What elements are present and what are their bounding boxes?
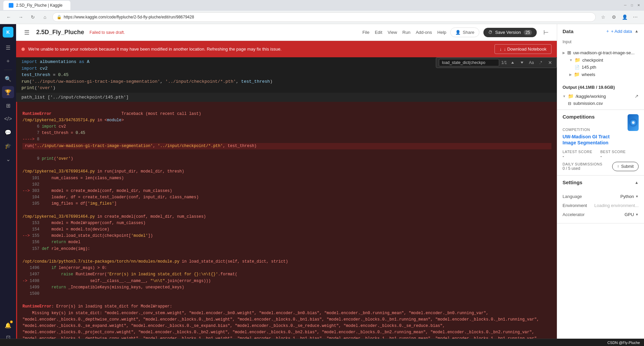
best-score-value: -: [600, 154, 626, 159]
download-label: ↓ Download Notebook: [504, 47, 546, 52]
header-menu: File Edit View Run Add-ons Help: [362, 30, 446, 35]
browser-toolbar: ← → ↻ ⌂ 🔒 https://www.kaggle.com/code/fl…: [0, 11, 644, 24]
menu-view[interactable]: View: [388, 30, 397, 35]
save-version-button[interactable]: ⏱ Save Version 25: [483, 28, 537, 37]
more-button[interactable]: ⋯: [631, 12, 640, 22]
svg-point-2: [632, 121, 635, 124]
link-icon[interactable]: ↗: [635, 93, 639, 99]
kaggle-logo[interactable]: K: [3, 27, 13, 38]
checkpoint-label: checkpoint: [582, 58, 639, 63]
back-button[interactable]: ←: [4, 12, 13, 22]
sidebar-icon-menu[interactable]: ☰: [2, 42, 14, 54]
sidebar-icon-code[interactable]: </>: [2, 113, 14, 125]
sidebar-icon-db[interactable]: ⊞: [2, 99, 14, 112]
forward-button[interactable]: →: [16, 12, 25, 22]
code-area[interactable]: 1/1 Aa .* ✕ import albumentations as A i…: [16, 57, 557, 346]
notification-badge[interactable]: 🔔 7: [2, 319, 14, 331]
browser-tabs: 2.5D_Fly_Pluche | Kaggle: [3, 1, 623, 10]
find-regex-button[interactable]: .*: [537, 59, 544, 66]
expand-working-icon: ▼: [563, 94, 566, 98]
environment-value: Loading environment...: [594, 203, 639, 208]
tab-favicon: [9, 3, 13, 8]
sidebar-icon-learn[interactable]: 🎓: [2, 140, 14, 152]
home-button[interactable]: ⌂: [40, 12, 50, 22]
accelerator-value-container[interactable]: GPU ▼: [625, 212, 639, 217]
language-dropdown-icon: ▼: [635, 195, 639, 198]
share-button[interactable]: 👤 Share: [450, 27, 479, 37]
sidebar-icon-plus[interactable]: ＋: [2, 55, 14, 67]
restore-button[interactable]: □: [630, 3, 634, 7]
find-down-button[interactable]: [518, 59, 526, 66]
notebook-header: ☰ 2.5D_Fly_Pluche Failed to save draft. …: [16, 24, 557, 41]
settings-title: Settings: [563, 180, 632, 185]
checkpoint-folder[interactable]: ▼ 📁 checkpoint: [563, 56, 639, 64]
best-score-item: BEST SCORE -: [600, 150, 626, 159]
collapse-panel-button[interactable]: ⊢: [541, 27, 551, 38]
dataset-name: uw-madison-gi-tract-image-se...: [573, 50, 639, 55]
find-match-case-button[interactable]: Aa: [528, 59, 535, 66]
accelerator-dropdown-icon: ▼: [635, 213, 639, 216]
submissions-info: DAILY SUBMISSIONS 0 / 5 used: [563, 162, 602, 171]
input-label: Input: [563, 40, 639, 44]
submissions-row: DAILY SUBMISSIONS 0 / 5 used ↑ Submit: [563, 162, 639, 171]
settings-header[interactable]: Settings ▲: [557, 176, 644, 189]
sidebar-icon-expand[interactable]: ⌄: [2, 153, 14, 165]
dataset-item[interactable]: ▶ ⊞ uw-madison-gi-tract-image-se...: [563, 49, 639, 56]
settings-content: Language Python ▼ Environment Loading en…: [557, 189, 644, 223]
menu-edit[interactable]: Edit: [375, 30, 382, 35]
wheels-folder[interactable]: ▶ 📁 wheels: [563, 71, 639, 78]
minimize-button[interactable]: ─: [623, 3, 627, 7]
menu-run[interactable]: Run: [402, 30, 410, 35]
url-text: https://www.kaggle.com/code/flypluche/2-…: [64, 15, 194, 19]
csv-file-item[interactable]: ⊟ submission.csv: [563, 100, 639, 107]
menu-addons[interactable]: Add-ons: [416, 30, 432, 35]
close-button[interactable]: ✕: [637, 3, 641, 7]
find-up-button[interactable]: [509, 59, 516, 66]
checkpoint-folder-icon: 📁: [575, 57, 580, 63]
download-icon: ↓: [500, 47, 502, 52]
active-tab[interactable]: 2.5D_Fly_Pluche | Kaggle: [3, 1, 70, 10]
download-notebook-button[interactable]: ↓ ↓ Download Notebook: [494, 44, 551, 54]
profile-button[interactable]: 👤: [620, 12, 629, 22]
working-dir-label: /kaggle/working: [576, 94, 606, 99]
find-input[interactable]: [439, 59, 499, 66]
pth-file[interactable]: 📄 145.pth: [563, 64, 639, 71]
competition-title[interactable]: UW-Madison GI Tract Image Segmentation: [563, 134, 624, 146]
status-text: CSDN @Fly-Pluche: [607, 341, 640, 345]
window-controls: ─ □ ✕: [623, 3, 641, 7]
add-data-button[interactable]: ＋ + Add data: [605, 28, 632, 34]
competition-thumbnail: [628, 114, 639, 131]
csv-file-label: submission.csv: [573, 101, 603, 106]
extensions-button[interactable]: ⚙: [609, 12, 619, 22]
error-block: RuntimeError Traceback (most recent call…: [16, 102, 557, 346]
language-value-container[interactable]: Python ▼: [621, 194, 639, 199]
warning-dot: [21, 48, 25, 51]
refresh-button[interactable]: ↻: [28, 12, 38, 22]
address-bar[interactable]: 🔒 https://www.kaggle.com/code/flypluche/…: [52, 12, 596, 22]
working-dir-item[interactable]: ▼ 📁 /kaggle/working ↗: [563, 92, 639, 100]
data-section-title: Data: [563, 28, 605, 34]
settings-chevron-icon: ▲: [635, 180, 639, 185]
data-section-header[interactable]: Data ＋ + Add data ▲: [557, 24, 644, 38]
sidebar-icon-chat[interactable]: 💬: [2, 126, 14, 138]
save-version-num: 25: [524, 30, 532, 35]
database-icon: ⊞: [567, 50, 571, 55]
sidebar-icon-trophy[interactable]: 🏆: [2, 86, 14, 98]
checkpoint-expand-icon: ▼: [569, 58, 573, 62]
menu-help[interactable]: Help: [437, 30, 447, 35]
hamburger-button[interactable]: ☰: [21, 27, 32, 38]
browser-extra-buttons: ☆ ⚙ 👤 ⋯: [598, 12, 640, 22]
bookmark-button[interactable]: ☆: [598, 12, 608, 22]
find-close-button[interactable]: ✕: [546, 59, 554, 66]
add-data-label: + Add data: [611, 29, 632, 34]
latest-score-label: LATEST SCORE: [563, 150, 592, 154]
environment-label: Environment: [563, 203, 587, 208]
menu-file[interactable]: File: [362, 30, 369, 35]
submit-button[interactable]: ↑ Submit: [612, 162, 639, 171]
sidebar-icon-search[interactable]: 🔍: [2, 73, 14, 85]
plus-icon: ＋: [605, 28, 610, 34]
status-bar: CSDN @Fly-Pluche: [0, 339, 644, 346]
browser-title-bar: 2.5D_Fly_Pluche | Kaggle ─ □ ✕: [0, 0, 644, 11]
save-status: Failed to save draft.: [90, 30, 125, 35]
language-row: Language Python ▼: [563, 192, 639, 201]
